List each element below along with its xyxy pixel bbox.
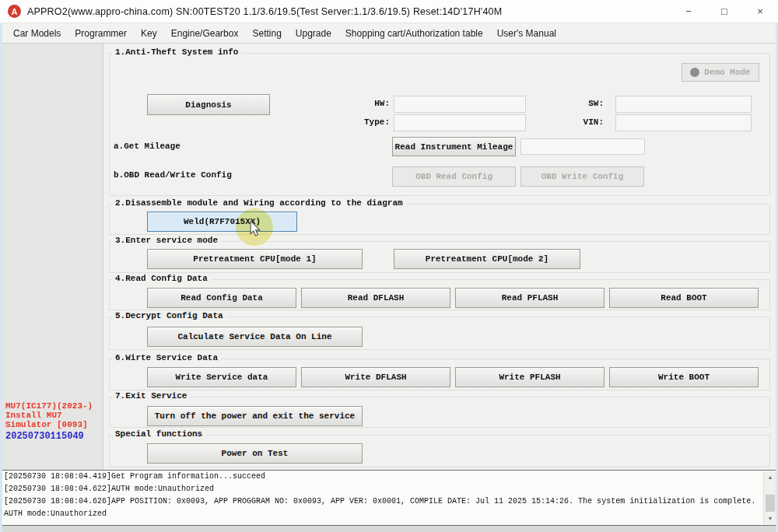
- section-title: 3.Enter service mode: [112, 236, 221, 245]
- sw-input[interactable]: [615, 96, 752, 113]
- vin-input[interactable]: [615, 114, 752, 131]
- session-timestamp: 20250730115049: [5, 431, 84, 442]
- section-title: 6.Wirte Service Data: [112, 353, 221, 362]
- section-read-config-data: 4.Read Config Data Read Config Data Read…: [109, 279, 770, 310]
- scroll-down-icon[interactable]: ▼: [764, 513, 776, 524]
- section-title: 5.Decrypt Config Data: [112, 311, 226, 320]
- title-bar: A APPRO2(www.appro-china.com) SN:00TEST2…: [0, 0, 778, 23]
- log-line: AUTH mode:Unauthorized: [1, 508, 777, 520]
- demo-mode-label: Demo Mode: [704, 68, 750, 77]
- vin-label: VIN:: [557, 117, 604, 127]
- write-boot-button[interactable]: Write BOOT: [609, 367, 759, 387]
- log-line: [20250730 18:08:04.622]AUTH mode:Unautho…: [1, 483, 777, 495]
- close-button[interactable]: ×: [742, 0, 778, 23]
- menu-bar: Car Models Programmer Key Engine/Gearbox…: [0, 23, 778, 44]
- obd-read-config-button[interactable]: OBD Read Config: [392, 166, 516, 187]
- log-line: [20250730 18:08:04.626]APP POSITION: 0x0…: [1, 495, 777, 508]
- obd-write-config-button[interactable]: OBD Write Config: [520, 166, 644, 187]
- log-line: [20250730 18:08:04.419]Get Program infor…: [1, 471, 777, 483]
- read-instrument-mileage-button[interactable]: Read Instrument Mileage: [392, 137, 516, 156]
- content-pane: 1.Anti-Theft System info Demo Mode Diagn…: [103, 44, 778, 470]
- diagnosis-button[interactable]: Diagnosis: [147, 94, 270, 115]
- demo-mode-button[interactable]: Demo Mode: [682, 63, 759, 82]
- type-input[interactable]: [394, 114, 526, 131]
- maximize-button[interactable]: □: [706, 0, 742, 23]
- mileage-input[interactable]: [520, 138, 645, 155]
- app-window: A APPRO2(www.appro-china.com) SN:00TEST2…: [0, 0, 778, 532]
- section-title: 4.Read Config Data: [112, 274, 211, 283]
- main-area: MU7(IC177)(2023-) Install MU7 Simulator …: [0, 44, 778, 470]
- type-label: Type:: [343, 117, 390, 127]
- app-logo-icon: A: [8, 5, 21, 18]
- menu-key[interactable]: Key: [134, 25, 164, 42]
- write-pflash-button[interactable]: Write PFLASH: [455, 367, 605, 387]
- read-boot-button[interactable]: Read BOOT: [609, 288, 759, 308]
- module-line: Simulator [0093]: [5, 420, 93, 429]
- section-anti-theft-info: 1.Anti-Theft System info Demo Mode Diagn…: [109, 53, 770, 196]
- hw-label: HW:: [343, 99, 390, 108]
- section-exit-service: 7.Exit Service Turn off the power and ex…: [109, 397, 770, 428]
- section-title: 7.Exit Service: [112, 391, 190, 401]
- menu-setting[interactable]: Setting: [245, 25, 288, 42]
- menu-programmer[interactable]: Programmer: [68, 25, 134, 42]
- minimize-button[interactable]: −: [671, 0, 706, 23]
- module-line: Install MU7: [5, 411, 93, 420]
- section-enter-service-mode: 3.Enter service mode Pretreatment CPU[mo…: [109, 241, 770, 273]
- hw-input[interactable]: [394, 96, 526, 113]
- section-title: 1.Anti-Theft System info: [112, 47, 241, 57]
- demo-mode-icon: [690, 68, 699, 77]
- section-decrypt-config-data: 5.Decrypt Config Data Calculate Service …: [109, 317, 770, 350]
- module-info: MU7(IC177)(2023-) Install MU7 Simulator …: [5, 401, 93, 429]
- module-line: MU7(IC177)(2023-): [5, 401, 93, 411]
- menu-users-manual[interactable]: User's Manual: [490, 25, 563, 42]
- weld-button[interactable]: Weld(R7F7015XX): [147, 212, 297, 232]
- log-pane: [20250730 18:08:04.419]Get Program infor…: [0, 470, 778, 526]
- section-disassemble-wiring: 2.Disassemble module and Wiring accordin…: [109, 204, 770, 235]
- calculate-service-data-button[interactable]: Calculate Service Data On Line: [147, 327, 363, 347]
- section-title: 2.Disassemble module and Wiring accordin…: [112, 198, 406, 208]
- power-off-exit-service-button[interactable]: Turn off the power and exit the service: [147, 406, 363, 426]
- write-service-data-button[interactable]: Write Service data: [147, 367, 296, 387]
- window-bottom-edge: [0, 526, 778, 532]
- menu-shopping-cart[interactable]: Shopping cart/Authorization table: [338, 25, 490, 42]
- obd-config-label: b.OBD Read/Write Config: [114, 170, 232, 180]
- sw-label: SW:: [557, 99, 604, 108]
- menu-engine-gearbox[interactable]: Engine/Gearbox: [164, 25, 246, 42]
- menu-upgrade[interactable]: Upgrade: [289, 25, 338, 42]
- power-on-test-button[interactable]: Power on Test: [147, 443, 363, 464]
- left-sidebar: MU7(IC177)(2023-) Install MU7 Simulator …: [0, 44, 103, 470]
- window-title: APPRO2(www.appro-china.com) SN:00TEST20 …: [27, 6, 502, 17]
- menu-car-models[interactable]: Car Models: [6, 25, 68, 42]
- pretreatment-cpu-mode1-button[interactable]: Pretreatment CPU[mode 1]: [147, 249, 363, 269]
- read-config-data-button[interactable]: Read Config Data: [147, 288, 296, 308]
- section-write-service-data: 6.Wirte Service Data Write Service data …: [109, 359, 770, 390]
- read-dflash-button[interactable]: Read DFLASH: [301, 288, 450, 308]
- scrollbar-thumb[interactable]: [766, 495, 775, 512]
- scroll-up-icon[interactable]: ▲: [764, 471, 776, 483]
- window-controls: − □ ×: [671, 0, 778, 23]
- get-mileage-label: a.Get Mileage: [114, 142, 180, 151]
- read-pflash-button[interactable]: Read PFLASH: [455, 288, 605, 308]
- pretreatment-cpu-mode2-button[interactable]: Pretreatment CPU[mode 2]: [394, 249, 580, 269]
- section-special-functions: Special functions Power on Test: [109, 435, 770, 467]
- section-title: Special functions: [112, 429, 205, 439]
- write-dflash-button[interactable]: Write DFLASH: [301, 367, 450, 387]
- log-scrollbar[interactable]: ▲ ▼: [763, 471, 776, 524]
- mouse-cursor-icon: [248, 221, 262, 236]
